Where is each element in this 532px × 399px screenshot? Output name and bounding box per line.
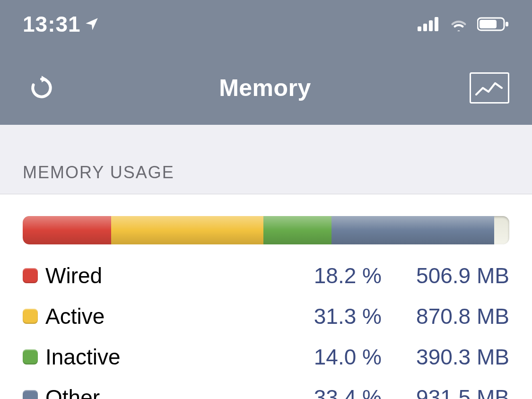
memory-usage-bar bbox=[23, 216, 509, 244]
refresh-icon bbox=[28, 75, 55, 101]
refresh-button[interactable] bbox=[23, 69, 61, 107]
swatch-inactive bbox=[23, 349, 38, 364]
legend-percent: 31.3 % bbox=[282, 304, 382, 329]
legend-size: 870.8 MB bbox=[382, 304, 509, 329]
location-arrow-icon bbox=[84, 16, 100, 32]
bar-segment-wired bbox=[23, 216, 111, 244]
bar-segment-other bbox=[331, 216, 494, 244]
swatch-active bbox=[23, 309, 38, 324]
wifi-icon bbox=[449, 17, 469, 31]
svg-rect-3 bbox=[435, 17, 438, 31]
battery-icon bbox=[477, 17, 509, 32]
status-bar: 13:31 bbox=[0, 0, 532, 62]
chart-button[interactable] bbox=[470, 72, 509, 104]
legend-label: Inactive bbox=[45, 344, 282, 370]
page-title: Memory bbox=[219, 74, 311, 102]
legend-label: Other bbox=[45, 385, 282, 399]
legend-size: 506.9 MB bbox=[382, 263, 509, 288]
svg-rect-5 bbox=[480, 20, 497, 28]
legend-row-wired: Wired 18.2 % 506.9 MB bbox=[23, 261, 509, 290]
section-header: MEMORY USAGE bbox=[0, 125, 532, 194]
legend-row-active: Active 31.3 % 870.8 MB bbox=[23, 302, 509, 330]
legend-label: Active bbox=[45, 304, 282, 329]
svg-rect-1 bbox=[423, 24, 427, 31]
status-time: 13:31 bbox=[23, 11, 81, 37]
legend-row-inactive: Inactive 14.0 % 390.3 MB bbox=[23, 343, 509, 371]
svg-rect-6 bbox=[506, 22, 508, 26]
legend-size: 390.3 MB bbox=[382, 344, 509, 370]
status-left: 13:31 bbox=[23, 11, 100, 37]
bar-segment-active bbox=[111, 216, 263, 244]
section-header-label: MEMORY USAGE bbox=[23, 163, 509, 182]
legend-percent: 14.0 % bbox=[282, 344, 382, 370]
legend-label: Wired bbox=[45, 263, 282, 288]
memory-legend: Wired 18.2 % 506.9 MB Active 31.3 % 870.… bbox=[23, 261, 509, 399]
legend-row-other: Other 33.4 % 931.5 MB bbox=[23, 383, 509, 399]
cellular-signal-icon bbox=[418, 17, 440, 31]
swatch-other bbox=[23, 390, 38, 399]
svg-rect-2 bbox=[429, 20, 433, 31]
swatch-wired bbox=[23, 268, 38, 283]
chart-line-icon bbox=[474, 78, 505, 98]
legend-percent: 18.2 % bbox=[282, 263, 382, 288]
memory-usage-card: Wired 18.2 % 506.9 MB Active 31.3 % 870.… bbox=[0, 194, 532, 399]
status-right bbox=[418, 17, 509, 32]
bar-segment-inactive bbox=[263, 216, 331, 244]
legend-size: 931.5 MB bbox=[382, 385, 509, 399]
nav-bar: Memory bbox=[0, 62, 532, 125]
legend-percent: 33.4 % bbox=[282, 385, 382, 399]
svg-rect-0 bbox=[418, 26, 421, 31]
